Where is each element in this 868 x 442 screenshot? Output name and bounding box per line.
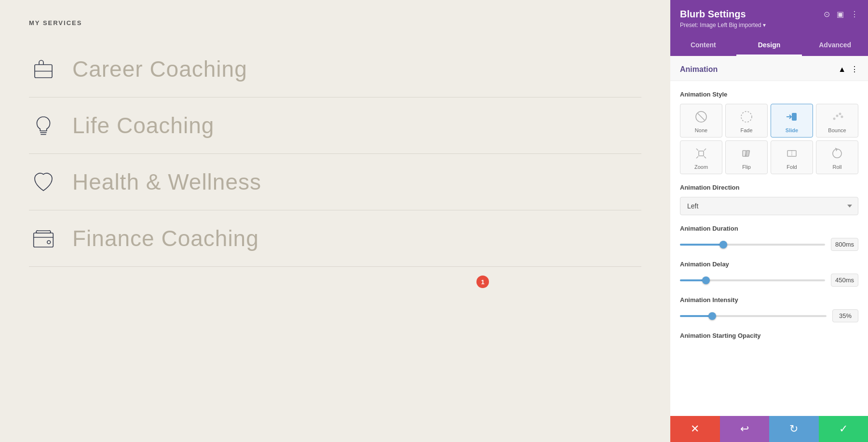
animation-intensity-value[interactable]: 35%: [832, 309, 858, 322]
tab-advanced[interactable]: Advanced: [802, 35, 868, 56]
anim-bounce-label: Bounce: [828, 127, 846, 133]
animation-intensity-track[interactable]: [680, 315, 827, 317]
wallet-icon: [29, 224, 58, 253]
animation-style-label: Animation Style: [680, 91, 858, 98]
section-title: MY SERVICES: [29, 19, 641, 27]
anim-flip[interactable]: Flip: [725, 140, 768, 174]
animation-delay-field: Animation Delay 450ms: [680, 261, 858, 287]
animation-duration-value[interactable]: 800ms: [831, 238, 858, 251]
svg-line-16: [696, 149, 698, 151]
anim-fold-label: Fold: [787, 164, 797, 170]
svg-point-11: [833, 118, 836, 120]
svg-rect-15: [699, 151, 704, 156]
more-icon[interactable]: ⋮: [851, 10, 858, 19]
animation-intensity-slider-row: 35%: [680, 309, 858, 322]
animation-delay-slider-row: 450ms: [680, 274, 858, 287]
anim-roll[interactable]: Roll: [816, 140, 858, 174]
service-name: Health & Wellness: [72, 169, 261, 195]
svg-line-17: [704, 149, 706, 151]
fade-icon: [739, 109, 754, 124]
anim-bounce[interactable]: Bounce: [816, 104, 858, 138]
anim-none-label: None: [695, 127, 707, 133]
animation-delay-track[interactable]: [680, 279, 825, 281]
bounce-icon: [829, 109, 845, 124]
fold-icon: [784, 146, 800, 161]
svg-rect-9: [792, 113, 797, 121]
list-item: Career Coaching: [29, 41, 641, 97]
service-name: Career Coaching: [72, 56, 247, 82]
heart-icon: [29, 167, 58, 196]
anim-slide[interactable]: Slide: [771, 104, 813, 138]
animation-intensity-field: Animation Intensity 35%: [680, 296, 858, 322]
anim-zoom-label: Zoom: [694, 164, 708, 170]
animation-direction-select[interactable]: Left Right Top Bottom: [680, 197, 858, 215]
svg-point-14: [841, 116, 843, 118]
anim-none[interactable]: None: [680, 104, 722, 138]
main-content: MY SERVICES Career Coaching: [0, 0, 670, 442]
animation-intensity-label: Animation Intensity: [680, 296, 858, 304]
svg-point-8: [741, 111, 752, 122]
settings-panel: Blurb Settings ⊙ ▣ ⋮ Preset: Image Left …: [670, 0, 868, 442]
animation-duration-slider-row: 800ms: [680, 238, 858, 251]
section-more-icon[interactable]: ⋮: [851, 65, 858, 74]
panel-body: Animation ▲ ⋮ Animation Style None: [670, 56, 868, 416]
svg-rect-21: [745, 151, 749, 156]
zoom-icon: [693, 146, 709, 161]
panel-toolbar: ✕ ↩ ↻ ✓: [670, 416, 868, 442]
svg-line-18: [696, 156, 698, 158]
target-icon[interactable]: ⊙: [824, 10, 830, 19]
animation-direction-field: Animation Direction Left Right Top Botto…: [680, 184, 858, 215]
tab-content[interactable]: Content: [670, 35, 736, 56]
svg-point-5: [47, 241, 51, 244]
svg-point-13: [839, 113, 841, 115]
roll-icon: [829, 146, 845, 161]
cancel-button[interactable]: ✕: [670, 416, 720, 442]
redo-button[interactable]: ↻: [769, 416, 819, 442]
slide-icon: [784, 109, 800, 124]
svg-line-7: [698, 113, 705, 120]
animation-delay-label: Animation Delay: [680, 261, 858, 268]
undo-button[interactable]: ↩: [720, 416, 770, 442]
anim-fade-label: Fade: [740, 127, 752, 133]
notification-badge: 1: [476, 276, 489, 288]
svg-point-12: [836, 115, 839, 117]
panel-header-top: Blurb Settings ⊙ ▣ ⋮: [680, 9, 858, 20]
panel-preset[interactable]: Preset: Image Left Big imported ▾: [680, 22, 858, 28]
animation-delay-value[interactable]: 450ms: [831, 274, 858, 287]
service-name: Finance Coaching: [72, 225, 259, 251]
animation-style-grid: None Fade: [680, 104, 858, 174]
layout-icon[interactable]: ▣: [837, 10, 844, 19]
anim-fold[interactable]: Fold: [771, 140, 813, 174]
briefcase-icon: [29, 55, 58, 83]
animation-duration-label: Animation Duration: [680, 225, 858, 232]
service-list: Career Coaching Life Coaching Health & W…: [29, 41, 641, 267]
anim-fade[interactable]: Fade: [725, 104, 768, 138]
animation-style-field: Animation Style None Fade: [680, 91, 858, 174]
animation-opacity-label: Animation Starting Opacity: [680, 332, 858, 339]
animation-opacity-field: Animation Starting Opacity: [680, 332, 858, 339]
animation-duration-track[interactable]: [680, 244, 825, 246]
collapse-icon[interactable]: ▲: [838, 65, 846, 74]
none-icon: [693, 109, 709, 124]
animation-section-title: Animation: [680, 65, 718, 74]
animation-direction-label: Animation Direction: [680, 184, 858, 191]
list-item: Health & Wellness: [29, 154, 641, 210]
lightbulb-icon: [29, 111, 58, 140]
service-name: Life Coaching: [72, 112, 214, 138]
list-item: Life Coaching: [29, 97, 641, 154]
list-item: Finance Coaching: [29, 210, 641, 267]
panel-header-icons: ⊙ ▣ ⋮: [824, 10, 858, 19]
anim-zoom[interactable]: Zoom: [680, 140, 722, 174]
anim-roll-label: Roll: [833, 164, 842, 170]
tab-design[interactable]: Design: [736, 35, 802, 56]
panel-header: Blurb Settings ⊙ ▣ ⋮ Preset: Image Left …: [670, 0, 868, 35]
flip-icon: [739, 146, 754, 161]
anim-slide-label: Slide: [786, 127, 798, 133]
save-button[interactable]: ✓: [819, 416, 868, 442]
section-content: Animation Style None Fade: [670, 81, 868, 359]
panel-title: Blurb Settings: [680, 9, 746, 20]
svg-rect-4: [34, 233, 54, 247]
svg-line-19: [704, 156, 706, 158]
animation-duration-field: Animation Duration 800ms: [680, 225, 858, 251]
section-header-icons: ▲ ⋮: [838, 65, 858, 74]
